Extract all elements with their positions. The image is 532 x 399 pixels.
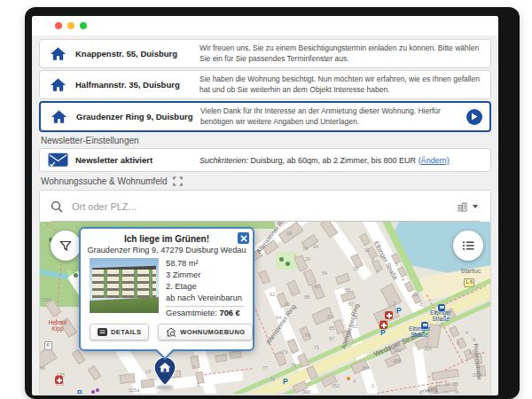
search-bar: [51, 192, 480, 222]
total-rent: Gesamtmiete: 706 €: [166, 309, 244, 317]
house-icon: [47, 77, 68, 92]
house-number: 62: [270, 293, 275, 298]
map-building: [286, 280, 300, 297]
map-building: [119, 373, 135, 384]
search-scope-dropdown[interactable]: [458, 202, 480, 212]
house-number: 63: [327, 315, 332, 320]
house-number: 325a: [129, 388, 139, 394]
medical-cross-icon: [385, 311, 393, 319]
inbox-card-halfmannstr[interactable]: Halfmannstr. 35, Duisburg Sie haben die …: [39, 70, 491, 99]
house-number: 25: [453, 382, 458, 387]
newsletter-section-title: Newsletter-Einstellungen: [41, 135, 489, 146]
change-criteria-link[interactable]: (Ändern): [419, 156, 450, 165]
house-number: 1: [372, 384, 374, 389]
fact-floor: 2. Etage: [166, 281, 244, 293]
house-number: 55: [345, 288, 350, 293]
street-label: Elbinger Straße: [430, 309, 451, 322]
tree-icon: [286, 262, 290, 266]
close-icon[interactable]: [238, 232, 249, 244]
house-number: 19: [444, 382, 450, 387]
poi-dot-icon: [96, 388, 99, 392]
tree-icon: [279, 257, 284, 262]
house-number: 79: [270, 378, 275, 383]
surroundings-button[interactable]: WOHNUMGEBUNG: [158, 324, 253, 340]
search-section-header: Wohnungssuche & Wohnumfeld: [41, 176, 489, 187]
search-map-panel: 18162426545658626011971555573642a2646365…: [39, 190, 491, 395]
listing-photo: [90, 258, 159, 313]
house-number: 56: [314, 285, 319, 290]
expand-icon[interactable]: [173, 176, 183, 186]
city-icon: [458, 202, 467, 212]
close-window-icon[interactable]: [55, 22, 62, 29]
map-list-button[interactable]: [453, 231, 483, 261]
house-number: 54: [322, 271, 327, 277]
house-number: 65: [329, 326, 334, 332]
map-building: [230, 350, 242, 359]
screen: Knappenstr. 55, Duisburg Wir freuen uns,…: [0, 0, 532, 399]
parking-icon: P: [380, 329, 386, 337]
inbox-card-title: Halfmannstr. 35, Duisburg: [75, 80, 192, 90]
zoom-window-icon[interactable]: [80, 22, 87, 29]
bus-stop-icon: [421, 322, 428, 329]
map-building: [335, 273, 350, 286]
street-label: Starttuc: [461, 268, 481, 274]
map-canvas[interactable]: 18162426545658626011971555573642a2646365…: [40, 222, 490, 394]
road-ref-badge: K: [44, 341, 52, 350]
popup-actions: DETAILS WOHNUMGEBUNG: [81, 324, 253, 340]
house-number: 348: [302, 390, 310, 394]
house-number: 69: [305, 333, 310, 339]
inbox-card-text: Vielen Dank für Ihr Interesse an der Anm…: [200, 106, 459, 126]
inbox-card-knappenstr[interactable]: Knappenstr. 55, Duisburg Wir freuen uns,…: [39, 39, 491, 68]
house-icon: [47, 46, 68, 61]
criteria-label: Suchkriterien:: [200, 156, 248, 165]
app-content: Knappenstr. 55, Duisburg Wir freuen uns,…: [32, 35, 498, 395]
house-number: 18: [286, 231, 292, 237]
minimize-window-icon[interactable]: [67, 22, 74, 29]
app-window: Knappenstr. 55, Duisburg Wir freuen uns,…: [25, 7, 520, 399]
house-search-icon: [166, 327, 176, 337]
map-building: [258, 270, 270, 284]
details-icon: [98, 328, 107, 336]
listing-popup: Ich liege im Grünen! Graudenzer Ring 9, …: [79, 227, 254, 351]
map-filter-button[interactable]: [51, 231, 81, 261]
house-number: 8: [457, 341, 459, 347]
details-button[interactable]: DETAILS: [90, 324, 149, 340]
newsletter-card: Newsletter aktiviert Suchkriterien: Duis…: [39, 148, 491, 172]
map-building: [450, 325, 460, 337]
fact-rooms: 3 Zimmer: [166, 270, 244, 281]
road-ref-badge: L 6: [464, 278, 474, 287]
house-number: 4: [402, 278, 404, 283]
house-number: 71: [314, 346, 319, 351]
house-number: 77: [262, 366, 268, 372]
house-number: 6: [395, 262, 398, 268]
map-building: [88, 365, 102, 380]
location-search-input[interactable]: [70, 200, 450, 213]
house-number: 7: [376, 270, 379, 276]
map-building: [72, 349, 86, 364]
pharmacy-icon: [55, 377, 63, 384]
house-number: 9: [372, 258, 374, 263]
house-number: 5: [197, 383, 200, 388]
house-number: 24: [313, 245, 318, 250]
window-titlebar: [32, 16, 498, 35]
house-icon: [48, 109, 69, 124]
map-building: [432, 369, 459, 380]
house-number: 58: [304, 295, 309, 301]
popup-address: Graudenzer Ring 9, 47279 Duisburg Wedau: [81, 246, 253, 254]
house-number: 26: [454, 391, 459, 394]
bus-stop-icon: [438, 304, 445, 311]
inbox-card-title: Graudenzer Ring 9, Duisburg: [76, 112, 193, 121]
house-number: 4: [466, 331, 468, 336]
house-number: 2: [419, 302, 422, 308]
criteria-text: Duisburg, ab 60qm, ab 2 Zimmer, bis 800 …: [248, 156, 419, 165]
funnel-icon: [59, 240, 72, 252]
open-item-button[interactable]: [466, 109, 482, 125]
house-number: 64: [40, 366, 45, 372]
house-number: 4: [353, 379, 356, 385]
inbox-card-title: Knappenstr. 55, Duisburg: [75, 49, 192, 59]
newsletter-status: Newsletter aktiviert: [75, 155, 192, 165]
map-pin[interactable]: [153, 356, 176, 390]
poi-dot-icon: [91, 390, 95, 394]
fact-area: 58.78 m²: [166, 258, 244, 270]
inbox-card-graudenzer-ring[interactable]: Graudenzer Ring 9, Duisburg Vielen Dank …: [39, 101, 491, 132]
